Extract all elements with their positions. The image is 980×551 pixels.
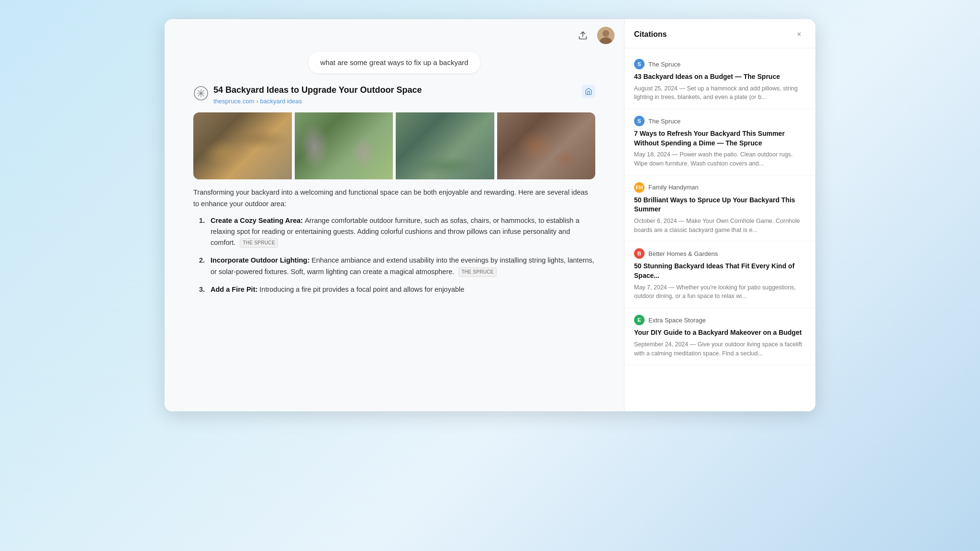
ai-logo-icon <box>193 86 209 101</box>
citation-source-name: Family Handyman <box>648 184 699 191</box>
user-message-wrapper: what are some great ways to fix up a bac… <box>193 52 595 73</box>
list-title-3: Add a Fire Pit: <box>211 286 259 293</box>
citation-snippet: August 25, 2024 — Set up a hammock and a… <box>634 84 806 102</box>
breadcrumb-page[interactable]: backyard ideas <box>260 98 302 105</box>
citation-source-icon: FH <box>634 182 645 193</box>
citation-source-row: S The Spruce <box>634 59 806 69</box>
citation-item[interactable]: B Better Homes & Gardens 50 Stunning Bac… <box>624 242 815 308</box>
top-bar <box>165 19 624 52</box>
list-item: 1. Create a Cozy Seating Area: Arrange c… <box>195 215 595 249</box>
user-query-text: what are some great ways to fix up a bac… <box>320 58 468 66</box>
citation-snippet: October 6, 2024 — Make Your Own Cornhole… <box>634 217 806 235</box>
list-title-2: Incorporate Outdoor Lighting: <box>211 256 312 264</box>
citation-source-row: FH Family Handyman <box>634 182 806 193</box>
backyard-image-3[interactable] <box>396 112 494 179</box>
citation-source-name: The Spruce <box>648 118 680 125</box>
chat-area: what are some great ways to fix up a bac… <box>165 52 624 411</box>
ai-response: 54 Backyard Ideas to Upgrade Your Outdoo… <box>193 85 595 295</box>
citation-snippet: September 24, 2024 — Give your outdoor l… <box>634 340 806 358</box>
main-content: what are some great ways to fix up a bac… <box>165 19 624 411</box>
list-item-2: 2. Incorporate Outdoor Lighting: Enhance… <box>195 255 595 277</box>
citation-source-name: The Spruce <box>648 61 680 68</box>
citation-source-row: B Better Homes & Gardens <box>634 248 806 259</box>
upload-button[interactable] <box>574 27 591 44</box>
close-icon: × <box>797 30 801 39</box>
list-text-3: Introducing a fire pit provides a focal … <box>259 286 464 293</box>
citation-item[interactable]: S The Spruce 7 Ways to Refresh Your Back… <box>624 109 815 176</box>
source-link-icon[interactable] <box>582 85 595 98</box>
list-content-2: Incorporate Outdoor Lighting: Enhance am… <box>211 255 595 277</box>
citation-source-name: Better Homes & Gardens <box>648 250 718 257</box>
citation-source-icon: S <box>634 59 645 69</box>
citation-source-icon: B <box>634 248 645 259</box>
citation-snippet: May 7, 2024 — Whether you're looking for… <box>634 283 806 301</box>
ai-response-title: 54 Backyard Ideas to Upgrade Your Outdoo… <box>213 85 577 96</box>
citation-source-icon: E <box>634 315 645 325</box>
citation-snippet: May 18, 2024 — Power wash the patio. Cle… <box>634 150 806 168</box>
svg-point-2 <box>602 30 609 37</box>
response-list: 1. Create a Cozy Seating Area: Arrange c… <box>193 215 595 295</box>
citation-item[interactable]: E Extra Space Storage Your DIY Guide to … <box>624 308 815 365</box>
list-number-2: 2. <box>199 255 209 277</box>
close-citations-button[interactable]: × <box>792 28 806 41</box>
backyard-image-1[interactable] <box>193 112 292 179</box>
list-title-1: Create a Cozy Seating Area: <box>211 217 305 224</box>
backyard-image-4[interactable] <box>497 112 596 179</box>
list-content-1: Create a Cozy Seating Area: Arrange comf… <box>211 215 595 249</box>
ai-response-title-area: 54 Backyard Ideas to Upgrade Your Outdoo… <box>213 85 577 105</box>
citation-source-row: E Extra Space Storage <box>634 315 806 325</box>
citation-item[interactable]: S The Spruce 43 Backyard Ideas on a Budg… <box>624 52 815 109</box>
citation-title: Your DIY Guide to a Backyard Makeover on… <box>634 328 806 338</box>
citation-title: 43 Backyard Ideas on a Budget — The Spru… <box>634 72 806 82</box>
citation-source-row: S The Spruce <box>634 116 806 126</box>
citations-list: S The Spruce 43 Backyard Ideas on a Budg… <box>624 48 815 411</box>
response-intro: Transforming your backyard into a welcom… <box>193 187 595 209</box>
list-number-3: 3. <box>199 284 209 295</box>
citation-source-name: Extra Space Storage <box>648 317 706 324</box>
breadcrumb-separator: › <box>256 98 258 105</box>
app-container: what are some great ways to fix up a bac… <box>165 19 815 411</box>
citations-title: Citations <box>634 30 667 39</box>
citations-panel: Citations × S The Spruce 43 Backyard Ide… <box>624 19 815 411</box>
breadcrumb-domain[interactable]: thespruce.com <box>213 98 254 105</box>
citations-header: Citations × <box>624 19 815 48</box>
citation-title: 50 Brilliant Ways to Spruce Up Your Back… <box>634 196 806 214</box>
citation-item[interactable]: FH Family Handyman 50 Brilliant Ways to … <box>624 176 815 242</box>
list-item-3: 3. Add a Fire Pit: Introducing a fire pi… <box>195 284 595 295</box>
images-grid <box>193 112 595 179</box>
citation-title: 7 Ways to Refresh Your Backyard This Sum… <box>634 129 806 148</box>
avatar[interactable] <box>597 27 614 44</box>
source-tag-2[interactable]: THE SPRUCE <box>458 267 496 277</box>
list-content-3: Add a Fire Pit: Introducing a fire pit p… <box>211 284 595 295</box>
ai-response-header: 54 Backyard Ideas to Upgrade Your Outdoo… <box>193 85 595 105</box>
user-message: what are some great ways to fix up a bac… <box>309 52 479 73</box>
ai-breadcrumb: thespruce.com › backyard ideas <box>213 98 577 105</box>
source-tag-1[interactable]: THE SPRUCE <box>240 238 278 248</box>
list-number-1: 1. <box>199 215 209 249</box>
citation-source-icon: S <box>634 116 645 126</box>
backyard-image-2[interactable] <box>295 112 393 179</box>
citation-title: 50 Stunning Backyard Ideas That Fit Ever… <box>634 262 806 280</box>
